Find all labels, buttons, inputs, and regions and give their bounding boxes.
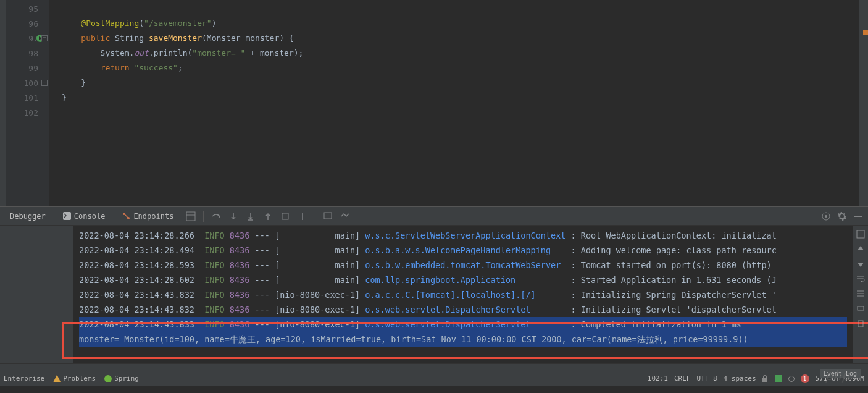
warning-marker[interactable] [863, 30, 868, 35]
line-number[interactable]: 99 [6, 61, 49, 75]
console-area: 2022-08-04 23:14:28.266 INFO 8436 --- [ … [0, 226, 868, 363]
target-icon[interactable] [821, 211, 831, 221]
horizontal-scrollbar[interactable] [0, 363, 868, 371]
line-number[interactable]: 102 [6, 105, 49, 120]
svg-rect-21 [858, 306, 864, 310]
svg-line-4 [125, 214, 128, 218]
console-left-sidebar[interactable] [0, 226, 73, 363]
log-line[interactable]: 2022-08-04 23:14:43.833 INFO 8436 --- [n… [79, 317, 847, 332]
step-into-icon[interactable] [228, 211, 238, 221]
run-to-cursor-icon[interactable] [298, 211, 307, 221]
wrap-icon[interactable] [856, 274, 866, 284]
svg-point-15 [825, 215, 827, 218]
code-line[interactable] [49, 105, 868, 120]
line-number[interactable]: 95 [6, 1, 49, 16]
log-line[interactable]: 2022-08-04 23:14:28.266 INFO 8436 --- [ … [79, 228, 847, 243]
editor-container: 95 96 97 98 99 100 101 102 @PostMapping(… [0, 0, 868, 206]
code-line[interactable]: public String saveMonster(Monster monste… [49, 31, 868, 46]
svg-rect-13 [324, 213, 332, 219]
notification-badge[interactable]: 1 [801, 374, 809, 383]
tab-debugger[interactable]: Debugger [5, 209, 51, 223]
line-number[interactable]: 97 [6, 31, 49, 46]
status-problems[interactable]: Problems [53, 374, 96, 382]
editor-area: 95 96 97 98 99 100 101 102 @PostMapping(… [6, 0, 868, 206]
debug-panel: Debugger Console Endpoints 2022-08-04 23… [0, 206, 868, 371]
console-output[interactable]: 2022-08-04 23:14:28.266 INFO 8436 --- [ … [73, 226, 853, 363]
clear-icon[interactable] [856, 318, 866, 328]
warning-icon [53, 375, 61, 382]
log-line[interactable]: 2022-08-04 23:14:28.494 INFO 8436 --- [ … [79, 243, 847, 258]
code-line[interactable]: return "success"; [49, 61, 868, 75]
drop-frame-icon[interactable] [280, 211, 290, 221]
status-enterprise[interactable]: Enterprise [4, 374, 44, 382]
status-spring[interactable]: Spring [104, 374, 139, 382]
step-over-icon[interactable] [211, 211, 221, 221]
svg-rect-1 [63, 212, 71, 220]
console-icon [63, 212, 71, 220]
line-number[interactable]: 98 [6, 46, 49, 61]
sync-icon[interactable] [788, 376, 795, 382]
file-encoding[interactable]: UTF-8 [696, 374, 717, 382]
endpoints-icon [122, 212, 130, 220]
code-line[interactable]: System.out.println("monster= " + monster… [49, 46, 868, 61]
step-out-icon[interactable] [263, 211, 273, 221]
svg-rect-17 [857, 230, 864, 238]
layout-icon[interactable] [856, 229, 866, 239]
inspection-icon[interactable] [775, 375, 782, 382]
scroll-icon[interactable] [856, 289, 866, 298]
code-line[interactable] [49, 1, 868, 16]
spring-icon [104, 375, 112, 382]
separator [315, 211, 315, 222]
editor-right-markers[interactable] [859, 0, 868, 206]
line-separator[interactable]: CRLF [674, 374, 691, 382]
svg-rect-22 [858, 321, 863, 327]
lock-icon[interactable] [762, 376, 769, 382]
gear-icon[interactable] [837, 211, 847, 221]
highlighted-output[interactable]: monster= Monster(id=100, name=牛魔王, age=1… [79, 332, 847, 347]
console-right-toolbar [853, 226, 868, 363]
fold-icon[interactable] [41, 80, 48, 86]
svg-rect-23 [775, 375, 782, 382]
log-line[interactable]: 2022-08-04 23:14:28.602 INFO 8436 --- [ … [79, 273, 847, 287]
event-log-button[interactable]: Event Log [820, 369, 861, 378]
svg-rect-11 [282, 213, 288, 219]
force-step-into-icon[interactable] [246, 211, 256, 221]
svg-rect-5 [186, 212, 195, 221]
status-bar: Enterprise Problems Spring 102:1 CRLF UT… [0, 371, 868, 386]
code-editor[interactable]: @PostMapping("/savemonster") public Stri… [49, 0, 868, 206]
line-number[interactable]: 96 [6, 16, 49, 31]
print-icon[interactable] [856, 303, 866, 313]
log-line[interactable]: 2022-08-04 23:14:43.832 INFO 8436 --- [n… [79, 302, 847, 317]
trace-icon[interactable] [340, 211, 350, 221]
up-icon[interactable] [856, 244, 866, 254]
code-line[interactable]: } [49, 90, 868, 105]
minimize-icon[interactable] [853, 211, 863, 221]
log-line[interactable]: 2022-08-04 23:14:43.832 INFO 8436 --- [n… [79, 287, 847, 302]
evaluate-icon[interactable] [323, 211, 333, 221]
code-line[interactable]: @PostMapping("/savemonster") [49, 16, 868, 31]
layout-icon[interactable] [186, 211, 196, 221]
editor-gutter[interactable]: 95 96 97 98 99 100 101 102 [6, 0, 49, 206]
tab-console[interactable]: Console [58, 209, 111, 223]
line-number[interactable]: 101 [6, 90, 49, 105]
cursor-position[interactable]: 102:1 [648, 374, 668, 382]
log-line[interactable]: 2022-08-04 23:14:28.593 INFO 8436 --- [ … [79, 258, 847, 273]
tab-endpoints[interactable]: Endpoints [117, 209, 178, 223]
indent-setting[interactable]: 4 spaces [724, 374, 756, 382]
fold-icon[interactable] [41, 35, 48, 41]
left-tool-sidebar[interactable] [0, 0, 6, 206]
code-line[interactable]: } [49, 75, 868, 90]
panel-toolbar: Debugger Console Endpoints [0, 207, 868, 226]
separator [203, 211, 204, 222]
line-number[interactable]: 100 [6, 75, 49, 90]
down-icon[interactable] [856, 259, 866, 269]
